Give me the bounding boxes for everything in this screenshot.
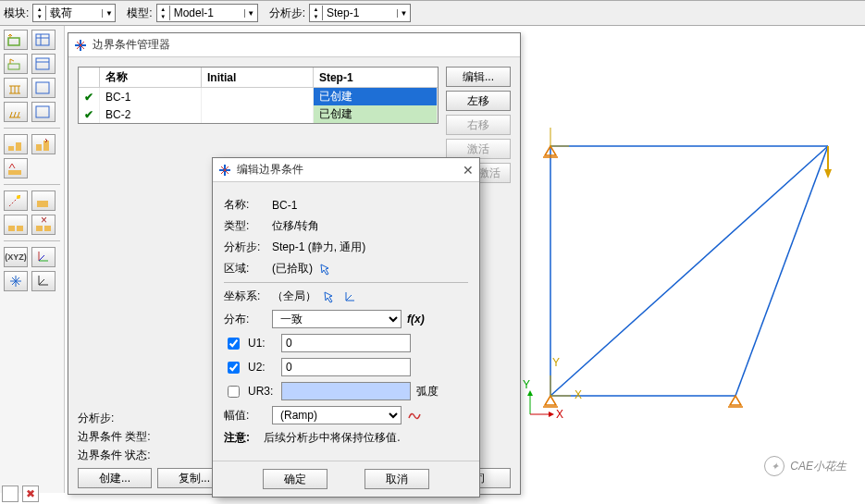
svg-line-30: [735, 146, 828, 396]
step-selector[interactable]: ▲▼ Step-1 ▼: [309, 4, 411, 22]
status-box-icon[interactable]: [2, 486, 19, 502]
tool-icon[interactable]: [4, 54, 28, 74]
pick-arrow-icon[interactable]: [318, 262, 333, 277]
region-value: (已拾取): [272, 261, 313, 277]
table-header-row: 名称 Initial Step-1: [79, 68, 438, 88]
context-bar: 模块: ▲▼ 载荷 ▼ 模型: ▲▼ Model-1 ▼ 分析步: ▲▼ Ste…: [0, 0, 865, 26]
tool-icon[interactable]: [4, 102, 28, 122]
status-strip: ✖: [2, 486, 39, 502]
spin-up-icon[interactable]: ▲: [33, 6, 45, 13]
svg-rect-15: [37, 201, 48, 207]
svg-point-14: [17, 195, 20, 199]
ok-button[interactable]: 确定: [263, 469, 327, 489]
name-label: 名称:: [224, 197, 266, 213]
spin-up-icon[interactable]: ▲: [157, 6, 169, 13]
amplitude-curve-icon[interactable]: [407, 408, 422, 423]
table-row[interactable]: ✔ BC-2 已创建: [79, 105, 438, 123]
tool-icon[interactable]: [4, 215, 28, 235]
status-box-icon[interactable]: ✖: [22, 486, 39, 502]
table-row[interactable]: ✔ BC-1 已创建: [79, 88, 438, 106]
amplitude-select[interactable]: (Ramp): [272, 406, 402, 424]
move-right-button[interactable]: 右移: [446, 115, 511, 135]
ur3-input[interactable]: [281, 382, 411, 400]
load-tool-icon[interactable]: [4, 30, 28, 50]
activate-button[interactable]: 激活: [446, 139, 511, 159]
triad-icon[interactable]: [342, 289, 357, 304]
spin-down-icon[interactable]: ▼: [157, 13, 169, 20]
state-info-label: 边界条件 状态:: [78, 448, 151, 463]
check-icon: ✔: [79, 88, 100, 106]
model-label: 模型:: [127, 6, 152, 21]
tool-icon[interactable]: [4, 271, 28, 291]
type-label: 类型:: [224, 218, 266, 234]
csys-tool-icon[interactable]: (XYZ): [4, 247, 28, 267]
svg-rect-11: [36, 144, 42, 151]
spin-up-icon[interactable]: ▲: [310, 6, 322, 13]
tool-icon[interactable]: [31, 191, 56, 211]
model-selector[interactable]: ▲▼ Model-1 ▼: [156, 4, 258, 22]
svg-line-44: [346, 295, 352, 301]
triad-tool-icon[interactable]: [31, 247, 56, 267]
step-info-label: 分析步:: [78, 411, 114, 426]
tool-icon[interactable]: ×: [31, 215, 56, 235]
module-selector[interactable]: ▲▼ 载荷 ▼: [32, 4, 116, 22]
tool-icon[interactable]: [4, 158, 28, 178]
svg-text:×: ×: [41, 217, 47, 227]
csys-label: 坐标系:: [224, 289, 266, 304]
u2-input[interactable]: [281, 358, 411, 376]
spin-down-icon[interactable]: ▼: [33, 13, 45, 20]
svg-rect-0: [8, 38, 19, 45]
check-icon: ✔: [79, 105, 100, 123]
bc-manager-tool-icon[interactable]: [31, 30, 56, 50]
axis-y-label: Y: [552, 356, 560, 369]
tool-icon[interactable]: [31, 78, 56, 98]
step-label: 分析步:: [224, 240, 266, 255]
dialog-title: 编辑边界条件: [237, 162, 457, 178]
chevron-down-icon[interactable]: ▼: [244, 9, 257, 18]
tool-icon[interactable]: [31, 102, 56, 122]
distribution-select[interactable]: 一致: [272, 310, 402, 328]
u1-checkbox[interactable]: [228, 338, 240, 350]
amp-label: 幅值:: [224, 408, 266, 424]
tool-icon[interactable]: [4, 134, 28, 154]
bc-status: 已创建: [313, 105, 437, 123]
col-step1[interactable]: Step-1: [313, 68, 437, 88]
pick-arrow-icon[interactable]: [322, 289, 337, 304]
svg-rect-1: [36, 34, 49, 45]
edit-bc-dialog: 编辑边界条件 ✕ 名称:BC-1 类型:位移/转角 分析步:Step-1 (静力…: [212, 157, 480, 498]
ur3-label: UR3:: [248, 385, 276, 398]
note-label: 注意:: [224, 430, 250, 446]
bc-table[interactable]: 名称 Initial Step-1 ✔ BC-1 已创建 ✔ BC-2 已创建: [78, 67, 439, 124]
svg-line-31: [550, 146, 828, 396]
u2-checkbox[interactable]: [228, 362, 240, 374]
axis-y-label: Y: [523, 378, 530, 391]
app-icon: [218, 164, 231, 177]
spin-down-icon[interactable]: ▼: [310, 13, 322, 20]
create-button[interactable]: 创建...: [78, 468, 152, 488]
close-icon[interactable]: ✕: [463, 163, 474, 178]
edit-button[interactable]: 编辑...: [446, 67, 511, 87]
svg-marker-33: [824, 169, 832, 178]
u1-label: U1:: [248, 337, 276, 350]
tool-icon[interactable]: [31, 54, 56, 74]
axis-x-label: X: [575, 388, 582, 401]
datum-point-tool-icon[interactable]: [4, 191, 28, 211]
svg-line-23: [39, 255, 44, 261]
tool-icon[interactable]: [31, 271, 56, 291]
move-left-button[interactable]: 左移: [446, 91, 511, 111]
titlebar[interactable]: 编辑边界条件 ✕: [213, 158, 479, 182]
bc-name: BC-2: [100, 105, 202, 123]
chevron-down-icon[interactable]: ▼: [102, 9, 115, 18]
ur3-checkbox[interactable]: [228, 386, 240, 398]
col-initial[interactable]: Initial: [201, 68, 313, 88]
col-name[interactable]: 名称: [100, 68, 202, 88]
cancel-button[interactable]: 取消: [365, 469, 429, 489]
tool-icon[interactable]: [31, 134, 56, 154]
module-value: 载荷: [46, 6, 102, 21]
app-icon: [74, 39, 87, 52]
u1-input[interactable]: [281, 334, 411, 352]
fx-icon[interactable]: f(x): [407, 313, 425, 326]
titlebar[interactable]: 边界条件管理器: [68, 33, 520, 57]
tool-icon[interactable]: [4, 78, 28, 98]
chevron-down-icon[interactable]: ▼: [397, 9, 410, 18]
